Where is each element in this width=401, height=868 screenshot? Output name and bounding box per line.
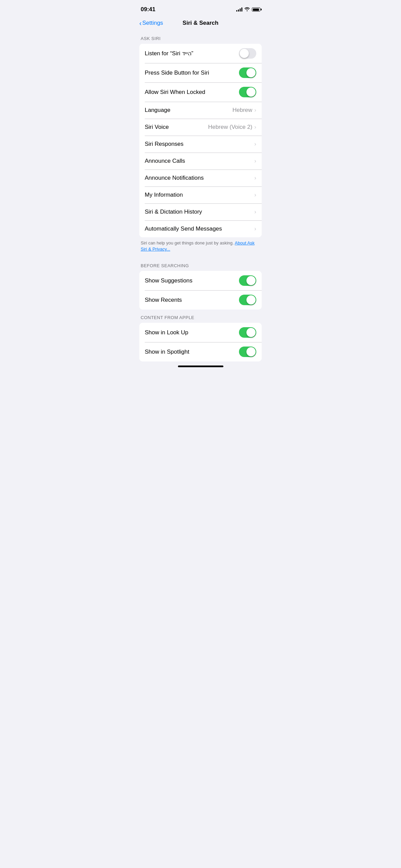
siri-dictation-history-chevron-icon: › [254,209,256,215]
before-searching-header: BEFORE SEARCHING [134,258,267,271]
show-in-spotlight-label: Show in Spotlight [145,349,239,355]
siri-voice-chevron-icon: › [254,124,256,131]
language-label: Language [145,107,233,114]
back-chevron-icon: ‹ [139,19,142,27]
auto-send-messages-label: Automatically Send Messages [145,225,254,232]
content-from-apple-section: CONTENT FROM APPLE Show in Look Up Show … [134,310,267,361]
wifi-icon [244,7,250,12]
my-information-label: My Information [145,192,254,198]
siri-responses-label: Siri Responses [145,141,254,147]
auto-send-messages-chevron-icon: › [254,225,256,232]
announce-notifications-row[interactable]: Announce Notifications › [139,170,262,186]
status-bar: 09:41 [134,0,267,17]
back-button[interactable]: ‹ Settings [139,19,163,27]
siri-dictation-history-row[interactable]: Siri & Dictation History › [139,203,262,220]
siri-voice-label: Siri Voice [145,124,208,131]
my-information-chevron-icon: › [254,192,256,198]
announce-notifications-label: Announce Notifications [145,175,254,181]
press-side-toggle[interactable] [239,67,256,78]
announce-calls-label: Announce Calls [145,158,254,164]
show-in-look-up-label: Show in Look Up [145,329,239,336]
content-from-apple-card: Show in Look Up Show in Spotlight [139,323,262,361]
nav-bar: ‹ Settings Siri & Search [134,17,267,31]
home-indicator [178,366,223,367]
auto-send-messages-row[interactable]: Automatically Send Messages › [139,220,262,237]
ask-siri-card: Listen for “Siri הִייד” Press Side Butto… [139,44,262,237]
siri-responses-chevron-icon: › [254,141,256,147]
listen-siri-toggle[interactable] [239,48,256,59]
allow-locked-label: Allow Siri When Locked [145,89,239,96]
press-side-label: Press Side Button for Siri [145,70,239,76]
ask-siri-header: ASK SIRI [134,31,267,44]
show-in-look-up-row[interactable]: Show in Look Up [139,323,262,342]
language-chevron-icon: › [254,107,256,114]
show-suggestions-toggle[interactable] [239,275,256,286]
content-from-apple-header: CONTENT FROM APPLE [134,310,267,323]
show-suggestions-label: Show Suggestions [145,277,239,284]
press-side-row[interactable]: Press Side Button for Siri [139,63,262,82]
status-icons [236,7,260,12]
battery-icon [252,7,260,12]
show-in-look-up-toggle[interactable] [239,327,256,338]
page-title: Siri & Search [183,20,219,26]
ask-siri-section: ASK SIRI Listen for “Siri הִייד” Press S… [134,31,267,258]
announce-calls-row[interactable]: Announce Calls › [139,153,262,170]
ask-siri-footer: Siri can help you get things done just b… [134,237,267,258]
listen-siri-label: Listen for “Siri הִייד” [145,50,239,57]
siri-dictation-history-label: Siri & Dictation History [145,209,254,215]
before-searching-section: BEFORE SEARCHING Show Suggestions Show R… [134,258,267,310]
siri-voice-row[interactable]: Siri Voice Hebrew (Voice 2) › [139,119,262,136]
status-time: 09:41 [141,6,155,13]
show-recents-toggle[interactable] [239,295,256,305]
language-value: Hebrew [233,107,253,114]
announce-notifications-chevron-icon: › [254,175,256,181]
language-row[interactable]: Language Hebrew › [139,102,262,119]
show-in-spotlight-row[interactable]: Show in Spotlight [139,342,262,361]
back-label: Settings [142,20,163,26]
siri-voice-value: Hebrew (Voice 2) [208,124,252,131]
my-information-row[interactable]: My Information › [139,186,262,203]
before-searching-card: Show Suggestions Show Recents [139,271,262,310]
announce-calls-chevron-icon: › [254,158,256,164]
show-recents-label: Show Recents [145,297,239,303]
allow-locked-toggle[interactable] [239,87,256,97]
allow-locked-row[interactable]: Allow Siri When Locked [139,82,262,102]
show-recents-row[interactable]: Show Recents [139,290,262,310]
show-in-spotlight-toggle[interactable] [239,347,256,357]
siri-responses-row[interactable]: Siri Responses › [139,136,262,153]
show-suggestions-row[interactable]: Show Suggestions [139,271,262,290]
signal-bars-icon [236,7,242,12]
listen-siri-row[interactable]: Listen for “Siri הִייד” [139,44,262,63]
